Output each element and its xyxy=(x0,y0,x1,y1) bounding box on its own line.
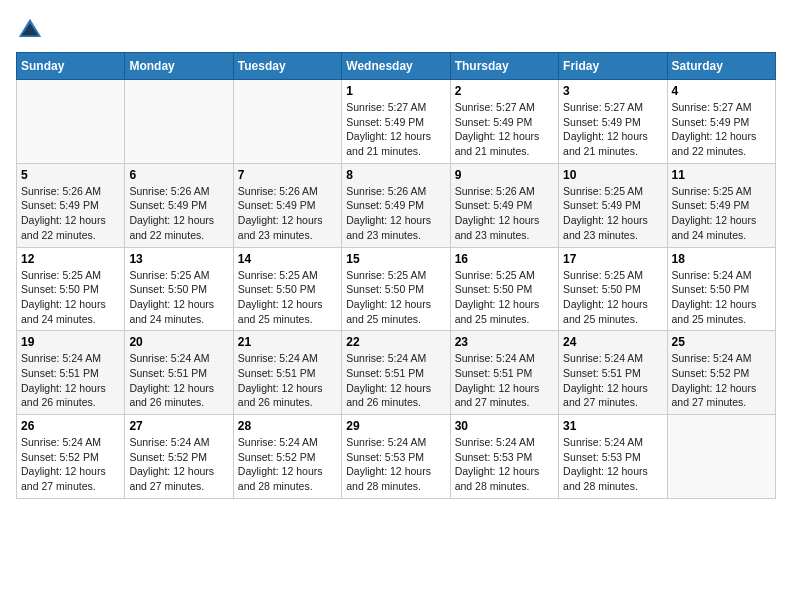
calendar-day-cell: 22Sunrise: 5:24 AMSunset: 5:51 PMDayligh… xyxy=(342,331,450,415)
day-number: 2 xyxy=(455,84,554,98)
day-number: 29 xyxy=(346,419,445,433)
calendar-day-cell xyxy=(125,80,233,164)
day-info: Sunrise: 5:24 AMSunset: 5:51 PMDaylight:… xyxy=(238,351,337,410)
calendar-day-cell: 25Sunrise: 5:24 AMSunset: 5:52 PMDayligh… xyxy=(667,331,775,415)
calendar-day-cell: 5Sunrise: 5:26 AMSunset: 5:49 PMDaylight… xyxy=(17,163,125,247)
day-info: Sunrise: 5:24 AMSunset: 5:50 PMDaylight:… xyxy=(672,268,771,327)
day-info: Sunrise: 5:24 AMSunset: 5:51 PMDaylight:… xyxy=(21,351,120,410)
day-number: 14 xyxy=(238,252,337,266)
calendar-day-cell: 15Sunrise: 5:25 AMSunset: 5:50 PMDayligh… xyxy=(342,247,450,331)
day-info: Sunrise: 5:24 AMSunset: 5:52 PMDaylight:… xyxy=(238,435,337,494)
day-info: Sunrise: 5:26 AMSunset: 5:49 PMDaylight:… xyxy=(346,184,445,243)
calendar-day-cell: 26Sunrise: 5:24 AMSunset: 5:52 PMDayligh… xyxy=(17,415,125,499)
calendar-day-cell: 18Sunrise: 5:24 AMSunset: 5:50 PMDayligh… xyxy=(667,247,775,331)
calendar-day-cell: 12Sunrise: 5:25 AMSunset: 5:50 PMDayligh… xyxy=(17,247,125,331)
day-info: Sunrise: 5:24 AMSunset: 5:51 PMDaylight:… xyxy=(563,351,662,410)
day-info: Sunrise: 5:25 AMSunset: 5:50 PMDaylight:… xyxy=(129,268,228,327)
day-number: 19 xyxy=(21,335,120,349)
day-number: 20 xyxy=(129,335,228,349)
day-info: Sunrise: 5:24 AMSunset: 5:53 PMDaylight:… xyxy=(455,435,554,494)
day-info: Sunrise: 5:27 AMSunset: 5:49 PMDaylight:… xyxy=(563,100,662,159)
day-info: Sunrise: 5:25 AMSunset: 5:50 PMDaylight:… xyxy=(455,268,554,327)
calendar-day-cell: 23Sunrise: 5:24 AMSunset: 5:51 PMDayligh… xyxy=(450,331,558,415)
day-number: 3 xyxy=(563,84,662,98)
calendar-day-cell: 6Sunrise: 5:26 AMSunset: 5:49 PMDaylight… xyxy=(125,163,233,247)
weekday-header: Friday xyxy=(559,53,667,80)
day-number: 16 xyxy=(455,252,554,266)
page-header xyxy=(16,16,776,44)
day-number: 25 xyxy=(672,335,771,349)
calendar-day-cell: 29Sunrise: 5:24 AMSunset: 5:53 PMDayligh… xyxy=(342,415,450,499)
day-info: Sunrise: 5:24 AMSunset: 5:51 PMDaylight:… xyxy=(346,351,445,410)
calendar-day-cell xyxy=(233,80,341,164)
calendar-day-cell: 7Sunrise: 5:26 AMSunset: 5:49 PMDaylight… xyxy=(233,163,341,247)
day-info: Sunrise: 5:25 AMSunset: 5:49 PMDaylight:… xyxy=(563,184,662,243)
day-number: 24 xyxy=(563,335,662,349)
day-info: Sunrise: 5:24 AMSunset: 5:52 PMDaylight:… xyxy=(21,435,120,494)
day-number: 17 xyxy=(563,252,662,266)
day-number: 23 xyxy=(455,335,554,349)
calendar-day-cell xyxy=(17,80,125,164)
day-info: Sunrise: 5:24 AMSunset: 5:53 PMDaylight:… xyxy=(346,435,445,494)
calendar-day-cell: 31Sunrise: 5:24 AMSunset: 5:53 PMDayligh… xyxy=(559,415,667,499)
calendar-day-cell: 14Sunrise: 5:25 AMSunset: 5:50 PMDayligh… xyxy=(233,247,341,331)
day-number: 15 xyxy=(346,252,445,266)
day-number: 8 xyxy=(346,168,445,182)
calendar-day-cell xyxy=(667,415,775,499)
day-info: Sunrise: 5:25 AMSunset: 5:50 PMDaylight:… xyxy=(238,268,337,327)
calendar-week-row: 26Sunrise: 5:24 AMSunset: 5:52 PMDayligh… xyxy=(17,415,776,499)
weekday-header: Monday xyxy=(125,53,233,80)
calendar-day-cell: 1Sunrise: 5:27 AMSunset: 5:49 PMDaylight… xyxy=(342,80,450,164)
day-number: 12 xyxy=(21,252,120,266)
day-number: 26 xyxy=(21,419,120,433)
day-number: 21 xyxy=(238,335,337,349)
day-number: 9 xyxy=(455,168,554,182)
weekday-header: Wednesday xyxy=(342,53,450,80)
day-number: 30 xyxy=(455,419,554,433)
day-info: Sunrise: 5:27 AMSunset: 5:49 PMDaylight:… xyxy=(672,100,771,159)
day-number: 31 xyxy=(563,419,662,433)
logo-icon xyxy=(16,16,44,44)
day-info: Sunrise: 5:27 AMSunset: 5:49 PMDaylight:… xyxy=(346,100,445,159)
day-number: 18 xyxy=(672,252,771,266)
day-number: 10 xyxy=(563,168,662,182)
day-info: Sunrise: 5:24 AMSunset: 5:51 PMDaylight:… xyxy=(129,351,228,410)
calendar-day-cell: 4Sunrise: 5:27 AMSunset: 5:49 PMDaylight… xyxy=(667,80,775,164)
calendar-day-cell: 17Sunrise: 5:25 AMSunset: 5:50 PMDayligh… xyxy=(559,247,667,331)
day-info: Sunrise: 5:24 AMSunset: 5:51 PMDaylight:… xyxy=(455,351,554,410)
day-info: Sunrise: 5:26 AMSunset: 5:49 PMDaylight:… xyxy=(238,184,337,243)
day-info: Sunrise: 5:25 AMSunset: 5:49 PMDaylight:… xyxy=(672,184,771,243)
logo xyxy=(16,16,48,44)
weekday-header: Tuesday xyxy=(233,53,341,80)
calendar-day-cell: 19Sunrise: 5:24 AMSunset: 5:51 PMDayligh… xyxy=(17,331,125,415)
day-number: 4 xyxy=(672,84,771,98)
calendar-day-cell: 16Sunrise: 5:25 AMSunset: 5:50 PMDayligh… xyxy=(450,247,558,331)
calendar-day-cell: 9Sunrise: 5:26 AMSunset: 5:49 PMDaylight… xyxy=(450,163,558,247)
calendar-day-cell: 3Sunrise: 5:27 AMSunset: 5:49 PMDaylight… xyxy=(559,80,667,164)
day-info: Sunrise: 5:26 AMSunset: 5:49 PMDaylight:… xyxy=(129,184,228,243)
day-number: 1 xyxy=(346,84,445,98)
calendar-table: SundayMondayTuesdayWednesdayThursdayFrid… xyxy=(16,52,776,499)
calendar-day-cell: 30Sunrise: 5:24 AMSunset: 5:53 PMDayligh… xyxy=(450,415,558,499)
calendar-day-cell: 20Sunrise: 5:24 AMSunset: 5:51 PMDayligh… xyxy=(125,331,233,415)
day-info: Sunrise: 5:26 AMSunset: 5:49 PMDaylight:… xyxy=(21,184,120,243)
calendar-day-cell: 27Sunrise: 5:24 AMSunset: 5:52 PMDayligh… xyxy=(125,415,233,499)
calendar-day-cell: 10Sunrise: 5:25 AMSunset: 5:49 PMDayligh… xyxy=(559,163,667,247)
day-number: 13 xyxy=(129,252,228,266)
calendar-day-cell: 28Sunrise: 5:24 AMSunset: 5:52 PMDayligh… xyxy=(233,415,341,499)
day-number: 11 xyxy=(672,168,771,182)
calendar-day-cell: 8Sunrise: 5:26 AMSunset: 5:49 PMDaylight… xyxy=(342,163,450,247)
day-info: Sunrise: 5:24 AMSunset: 5:53 PMDaylight:… xyxy=(563,435,662,494)
calendar-day-cell: 13Sunrise: 5:25 AMSunset: 5:50 PMDayligh… xyxy=(125,247,233,331)
day-info: Sunrise: 5:24 AMSunset: 5:52 PMDaylight:… xyxy=(672,351,771,410)
calendar-day-cell: 2Sunrise: 5:27 AMSunset: 5:49 PMDaylight… xyxy=(450,80,558,164)
calendar-day-cell: 11Sunrise: 5:25 AMSunset: 5:49 PMDayligh… xyxy=(667,163,775,247)
day-info: Sunrise: 5:25 AMSunset: 5:50 PMDaylight:… xyxy=(21,268,120,327)
calendar-week-row: 12Sunrise: 5:25 AMSunset: 5:50 PMDayligh… xyxy=(17,247,776,331)
calendar-week-row: 19Sunrise: 5:24 AMSunset: 5:51 PMDayligh… xyxy=(17,331,776,415)
day-number: 7 xyxy=(238,168,337,182)
day-number: 22 xyxy=(346,335,445,349)
day-info: Sunrise: 5:24 AMSunset: 5:52 PMDaylight:… xyxy=(129,435,228,494)
day-number: 28 xyxy=(238,419,337,433)
day-info: Sunrise: 5:27 AMSunset: 5:49 PMDaylight:… xyxy=(455,100,554,159)
